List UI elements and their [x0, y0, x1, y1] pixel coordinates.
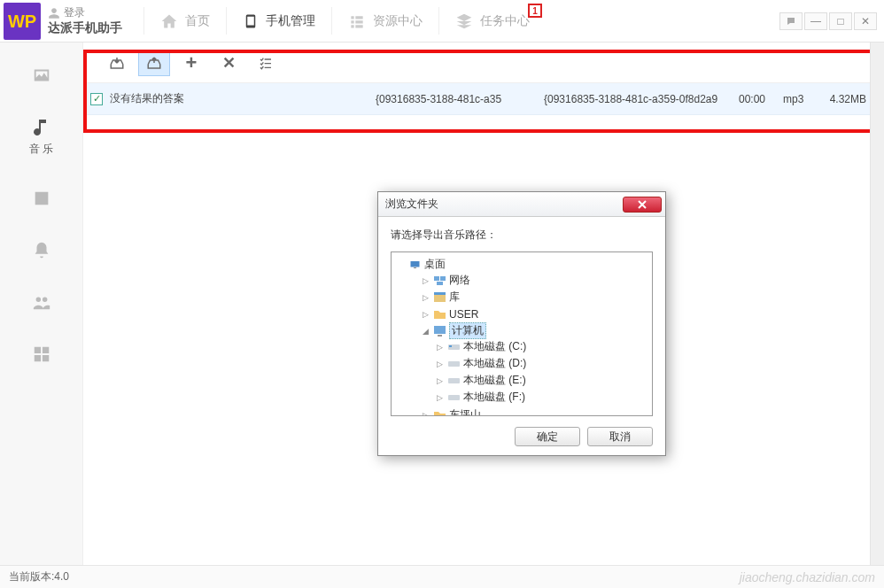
stack-icon: [455, 12, 473, 30]
drive-icon: [446, 358, 461, 370]
tree-node-disk-f[interactable]: ▷本地磁盘 (F:): [436, 390, 650, 405]
version-label: 当前版本:4.0: [9, 569, 69, 584]
minimize-button[interactable]: —: [804, 12, 827, 30]
add-button[interactable]: +: [175, 50, 207, 76]
nav-resource[interactable]: 资源中心: [332, 0, 438, 42]
sidebar-item-apps[interactable]: [0, 339, 82, 369]
statusbar: 当前版本:4.0 jiaocheng.chazidian.com: [0, 565, 884, 588]
drive-icon: [446, 391, 461, 404]
nav-resource-label: 资源中心: [373, 13, 423, 29]
browse-folder-dialog: 浏览文件夹 请选择导出音乐路径： 桌面: [377, 191, 666, 456]
dialog-ok-button[interactable]: 确定: [515, 427, 580, 446]
sidebar: 音 乐: [0, 43, 83, 565]
checklist-icon: [257, 56, 275, 70]
tasks-badge: 1: [528, 4, 542, 18]
table-row[interactable]: ✓ 没有结果的答案 {09316835-3188-481c-a35 {09316…: [83, 83, 884, 115]
expand-icon[interactable]: ▷: [436, 360, 444, 368]
tree-node-disk-e[interactable]: ▷本地磁盘 (E:): [436, 373, 650, 388]
dialog-titlebar[interactable]: 浏览文件夹: [378, 192, 665, 217]
bell-icon: [32, 240, 51, 261]
login-label: 登录: [64, 5, 85, 20]
inbox-upload-icon: [145, 55, 163, 71]
expand-icon[interactable]: ▷: [436, 376, 444, 384]
svg-rect-6: [434, 292, 446, 295]
vertical-scrollbar[interactable]: [870, 43, 884, 565]
folder-tree[interactable]: 桌面 ▷网络 ▷库 ▷USER ◢计算机 ▷本地磁盘 (C:): [391, 251, 653, 416]
maximize-button[interactable]: □: [829, 12, 852, 30]
nav-tasks-label: 任务中心: [480, 13, 530, 29]
nav-home-label: 首页: [185, 13, 210, 29]
library-icon: [432, 291, 446, 304]
sidebar-music-label: 音 乐: [29, 142, 53, 157]
tree-node-disk-d[interactable]: ▷本地磁盘 (D:): [436, 356, 650, 371]
svg-rect-7: [434, 326, 446, 334]
delete-button[interactable]: ✕: [213, 50, 244, 76]
row-format: mp3: [783, 93, 827, 105]
dialog-close-button[interactable]: [623, 197, 662, 213]
drive-icon: [446, 375, 461, 387]
row-duration: 00:00: [739, 93, 783, 105]
svg-rect-8: [438, 335, 442, 337]
main-area: + ✕ ✓ 没有结果的答案 {09316835-3188-481c-a35 {0…: [83, 43, 884, 565]
svg-rect-3: [440, 276, 446, 281]
svg-rect-11: [448, 361, 460, 367]
expand-icon[interactable]: ▷: [436, 343, 444, 351]
dialog-prompt: 请选择导出音乐路径：: [391, 228, 653, 243]
close-icon: [637, 200, 647, 209]
tree-node-library[interactable]: ▷库: [422, 290, 650, 305]
sidebar-item-music[interactable]: 音 乐: [0, 112, 82, 162]
tree-node-disk-c[interactable]: ▷本地磁盘 (C:): [436, 339, 650, 354]
nav-tabs: 首页 手机管理 资源中心 任务中心 1: [143, 0, 779, 42]
svg-rect-12: [448, 378, 460, 383]
desktop-icon: [407, 259, 422, 271]
nav-phone-label: 手机管理: [266, 13, 315, 29]
toolbar: + ✕: [83, 43, 884, 83]
brand-column: 登录 达派手机助手: [44, 0, 143, 42]
export-button[interactable]: [138, 50, 170, 76]
select-all-button[interactable]: [250, 50, 282, 76]
dialog-cancel-button[interactable]: 取消: [587, 427, 653, 446]
collapse-icon[interactable]: ◢: [422, 327, 430, 335]
import-button[interactable]: [101, 50, 133, 76]
nav-phone[interactable]: 手机管理: [227, 0, 331, 42]
app-logo: WP: [4, 3, 41, 40]
folder-icon: [432, 409, 446, 417]
sidebar-item-video[interactable]: [0, 183, 82, 213]
nav-tasks[interactable]: 任务中心 1: [439, 0, 546, 42]
watermark: jiaocheng.chazidian.com: [740, 570, 875, 584]
network-icon: [432, 275, 446, 287]
svg-rect-4: [437, 282, 443, 285]
expand-icon[interactable]: ▷: [422, 310, 430, 318]
feedback-button[interactable]: [779, 12, 803, 30]
tree-node-dps[interactable]: ▷东坪山: [422, 407, 650, 416]
row-title: 没有结果的答案: [110, 91, 376, 106]
computer-icon: [432, 325, 446, 337]
expand-icon[interactable]: ▷: [422, 411, 430, 416]
sidebar-item-ringtone[interactable]: [0, 235, 82, 267]
picture-icon: [30, 66, 53, 85]
music-icon: [31, 117, 52, 138]
tree-node-desktop[interactable]: 桌面: [407, 257, 650, 272]
close-button[interactable]: ✕: [854, 12, 877, 30]
sidebar-item-contacts[interactable]: [0, 288, 82, 318]
home-icon: [160, 12, 178, 30]
window-controls: — □ ✕: [779, 0, 884, 42]
svg-rect-10: [449, 345, 452, 347]
tree-node-network[interactable]: ▷网络: [422, 273, 650, 288]
row-guid1: {09316835-3188-481c-a35: [376, 93, 544, 105]
inbox-download-icon: [108, 55, 126, 71]
film-icon: [30, 189, 53, 208]
list-icon: [348, 12, 366, 30]
grid-icon: [32, 344, 51, 364]
app-name: 达派手机助手: [48, 20, 143, 36]
sidebar-item-photos[interactable]: [0, 60, 82, 90]
expand-icon[interactable]: ▷: [422, 293, 430, 301]
expand-icon[interactable]: ▷: [422, 276, 430, 284]
row-checkbox[interactable]: ✓: [90, 93, 103, 105]
expand-icon[interactable]: ▷: [436, 393, 444, 401]
nav-home[interactable]: 首页: [144, 0, 226, 42]
tree-node-computer[interactable]: ◢计算机: [422, 323, 650, 338]
svg-rect-1: [414, 267, 416, 268]
tree-node-user[interactable]: ▷USER: [422, 306, 650, 321]
login-link[interactable]: 登录: [48, 5, 143, 20]
